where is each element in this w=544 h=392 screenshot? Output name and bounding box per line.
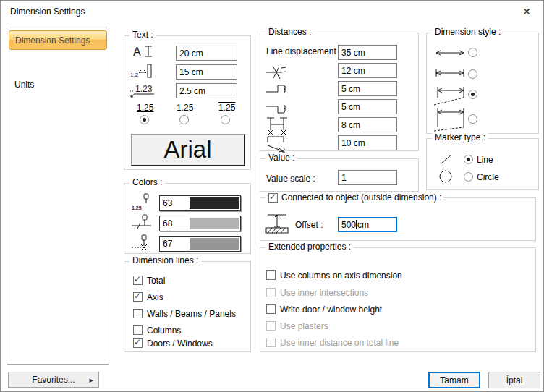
value-color-picker[interactable]: 63 <box>159 195 241 211</box>
value-scale-input[interactable] <box>338 170 397 185</box>
color-swatch <box>190 238 239 250</box>
dimension-style-radio-3[interactable] <box>468 90 477 99</box>
checkbox-write-door-window-height[interactable] <box>266 304 276 314</box>
axis-distance-input[interactable] <box>338 63 397 78</box>
window-title: Dimension Settings <box>10 7 85 17</box>
wall-bottom-distance-input[interactable] <box>338 99 397 114</box>
close-icon: ✕ <box>522 6 531 17</box>
text-position-radio-2[interactable] <box>179 115 189 124</box>
plain-arrow-icon <box>435 49 464 56</box>
marker-circle-radio[interactable] <box>464 172 473 182</box>
line-color-picker[interactable]: 68 <box>159 216 241 231</box>
offset-from-object-icon <box>265 211 289 234</box>
text-offset-icon: 1.2 <box>130 63 153 79</box>
marker-type-title: Marker type : <box>432 132 488 143</box>
sidebar-item-label: Dimension Settings <box>15 35 90 46</box>
checkbox-total-label: Total <box>147 276 165 286</box>
font-button-label: Arial <box>163 136 211 163</box>
text-group-title: Text : <box>129 30 156 41</box>
ok-button[interactable]: Tamam <box>428 372 480 388</box>
checkbox-use-plasters-label: Use plasters <box>280 321 328 331</box>
sidebar-item-label: Units <box>14 80 34 90</box>
text-caret <box>356 220 357 229</box>
checkbox-use-inner-distance-total[interactable] <box>266 338 276 347</box>
checkbox-use-plasters[interactable] <box>266 321 276 331</box>
dimension-style-radio-2[interactable] <box>468 69 477 79</box>
checkbox-axis[interactable] <box>133 292 143 302</box>
dimension-style-group: Dimension style : <box>426 33 539 134</box>
cancel-button[interactable]: İptal <box>488 372 540 388</box>
text-position-underline-label: 1.25 <box>137 103 153 113</box>
offset-label: Offset : <box>295 220 323 230</box>
column-distance-icon <box>266 116 288 135</box>
line-displacement-input[interactable] <box>338 45 397 60</box>
checkbox-columns[interactable] <box>133 325 143 335</box>
checkbox-columns-label: Columns <box>147 325 181 336</box>
line-displacement-label: Line displacement : <box>266 46 341 56</box>
connected-caption: Connected to object (outside dimension) … <box>265 192 444 203</box>
svg-text:1.25: 1.25 <box>132 205 142 210</box>
text-position-overline-label: 1.25 <box>218 103 235 113</box>
favorites-button[interactable]: Favorites... ▸ <box>8 372 99 388</box>
text-group: Text : A 1.2 1.23 1.25 <box>124 35 251 170</box>
text-distance-input[interactable] <box>176 64 237 80</box>
checkbox-walls-beams-panels[interactable] <box>133 309 143 318</box>
marker-line-radio[interactable] <box>464 155 473 164</box>
marker-type-group: Marker type : Line Circle <box>426 138 539 190</box>
line-color-icon <box>132 214 153 233</box>
dimension-style-radio-4[interactable] <box>468 114 477 124</box>
decimal-height-icon: 1.23 <box>130 80 155 98</box>
text-position-radio-1[interactable] <box>140 115 149 124</box>
color-number: 67 <box>161 239 187 249</box>
close-button[interactable]: ✕ <box>510 1 543 22</box>
checkbox-doors-label: Doors / Windows <box>147 338 213 349</box>
marker-circle-label: Circle <box>477 172 499 182</box>
distances-group: Distances : Line displacement : <box>260 33 419 151</box>
decimal-height-input[interactable] <box>176 83 237 98</box>
sidebar-item-dimension-settings[interactable]: Dimension Settings <box>9 30 107 50</box>
favorites-button-label: Favorites... <box>32 375 75 385</box>
offset-value: 500 <box>341 220 356 230</box>
color-swatch <box>190 197 239 209</box>
dimension-style-radio-1[interactable] <box>468 48 477 57</box>
text-position-radio-3[interactable] <box>221 115 230 124</box>
hatch-color-icon <box>132 234 153 253</box>
column-distance-input[interactable] <box>338 117 397 132</box>
offset-input[interactable]: 500cm <box>338 217 397 232</box>
arrow-with-end-bars-icon <box>435 69 464 77</box>
value-group: Value : Value scale : <box>260 158 419 192</box>
checkbox-axis-label: Axis <box>147 292 163 302</box>
checkbox-total[interactable] <box>133 276 143 285</box>
colors-group-title: Colors : <box>129 177 165 188</box>
checkbox-use-inner-intersections[interactable] <box>266 288 276 297</box>
connected-to-object-checkbox[interactable] <box>268 193 278 203</box>
checkbox-doors-windows[interactable] <box>133 338 143 348</box>
wall-top-distance-icon <box>266 82 288 98</box>
checkbox-use-columns-axis[interactable] <box>266 270 276 280</box>
text-style-icon: A <box>132 43 154 59</box>
svg-text:A: A <box>133 46 141 58</box>
offset-unit: cm <box>357 220 369 230</box>
hatch-color-picker[interactable]: 67 <box>159 236 241 252</box>
outside-distance-input[interactable] <box>338 135 397 150</box>
wall-top-distance-input[interactable] <box>338 81 397 96</box>
ok-button-label: Tamam <box>440 375 468 385</box>
favorites-arrow-icon: ▸ <box>89 375 93 385</box>
extended-properties-group: Extended properties : Use columns on axi… <box>260 247 536 352</box>
text-position-middle-label: -1.25- <box>174 103 196 113</box>
value-color-icon: 1.25 <box>132 193 153 212</box>
color-number: 63 <box>161 198 187 208</box>
svg-text:1.2: 1.2 <box>130 72 139 78</box>
arrow-blue-ticks-tall-icon <box>434 107 466 132</box>
wall-bottom-distance-icon <box>266 100 288 116</box>
colors-group: Colors : 1.25 63 68 <box>124 183 251 254</box>
checkbox-use-inner-intersections-label: Use inner intersections <box>280 288 368 298</box>
value-group-title: Value : <box>265 153 297 163</box>
font-button[interactable]: Arial <box>131 134 245 166</box>
dimension-style-title: Dimension style : <box>432 27 503 38</box>
marker-line-icon <box>440 153 453 165</box>
checkbox-write-door-window-height-label: Write door / window height <box>280 304 382 315</box>
axis-distance-icon <box>266 64 288 80</box>
sidebar-item-units[interactable]: Units <box>10 77 107 93</box>
text-height-input[interactable] <box>176 46 237 61</box>
